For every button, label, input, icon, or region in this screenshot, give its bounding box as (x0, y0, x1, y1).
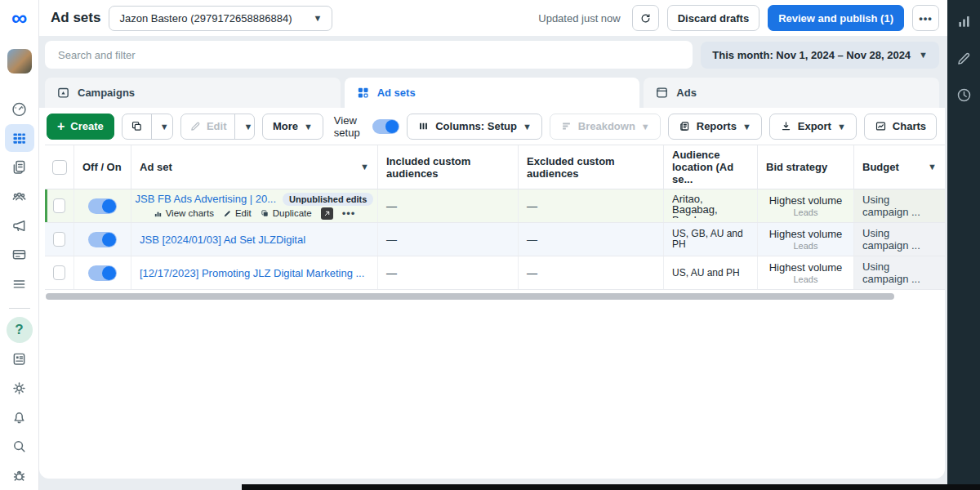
more-actions-button[interactable]: More ▼ (262, 114, 323, 140)
menu-icon (11, 275, 28, 292)
col-header-excluded[interactable]: Excluded custom audiences (519, 145, 664, 189)
duplicate-action[interactable]: Duplicate (261, 208, 312, 218)
chevron-down-icon: ▼ (641, 122, 650, 131)
tab-ads[interactable]: Ads (644, 78, 939, 108)
tab-campaigns-label: Campaigns (78, 87, 135, 99)
avatar[interactable] (7, 49, 32, 74)
sort-caret-icon[interactable]: ▼ (360, 161, 369, 173)
sidebar-item-all-tools[interactable] (5, 270, 34, 298)
reports-button[interactable]: Reports ▼ (668, 114, 762, 140)
search-band: This month: Nov 1, 2024 – Nov 28, 2024 ▼ (39, 36, 947, 74)
top-header: Ad sets Jazon Bastero (2979172658886884)… (39, 0, 947, 36)
question-mark-icon: ? (7, 317, 33, 343)
chevron-down-icon: ▼ (837, 122, 846, 131)
meta-logo-icon[interactable]: ∞ (11, 0, 27, 36)
edit-dropdown-button[interactable]: ▼ (234, 114, 254, 139)
more-button-label: More (273, 120, 298, 132)
view-setup-toggle[interactable] (372, 119, 399, 134)
horizontal-scrollbar[interactable] (46, 293, 894, 300)
credit-card-icon (11, 246, 28, 263)
included-audiences-cell: — (378, 256, 519, 289)
sidebar-item-pages[interactable] (5, 154, 34, 181)
edit-action[interactable]: Edit (223, 208, 252, 218)
open-link-button[interactable] (321, 207, 333, 220)
adsets-table: Off / On Ad set ▼ Included custom audien… (45, 145, 945, 290)
sidebar-item-updates[interactable] (5, 345, 34, 373)
adset-name-link[interactable]: JSB FB Ads Advertising | 20... (136, 193, 276, 205)
search-input[interactable] (45, 41, 693, 69)
more-options-button[interactable]: ••• (912, 5, 939, 31)
toolbar: + Create ▼ Edit ▼ More (39, 108, 945, 145)
help-button[interactable]: ? (5, 316, 34, 344)
row-checkbox[interactable] (53, 265, 65, 280)
search-button[interactable] (5, 433, 34, 461)
edit-split-button: Edit ▼ (180, 114, 255, 140)
discard-drafts-button[interactable]: Discard drafts (667, 5, 760, 31)
sidebar-item-audiences[interactable] (5, 183, 34, 211)
refresh-button[interactable] (632, 5, 659, 31)
adset-status-toggle[interactable] (88, 198, 117, 214)
adset-name-link[interactable]: JSB [2024/01/03] Ad Set JLZDigital (140, 234, 305, 246)
view-charts-action[interactable]: View charts (154, 208, 214, 218)
col-header-bid[interactable]: Bid strategy (758, 145, 854, 189)
charts-button-label: Charts (893, 120, 926, 132)
breakdown-icon (560, 120, 572, 132)
reports-button-label: Reports (697, 120, 737, 132)
col-header-location[interactable]: Audience location (Ad se... (664, 145, 758, 189)
edit-button[interactable]: Edit (181, 114, 235, 139)
bar-chart-icon (154, 209, 163, 218)
adset-status-toggle[interactable] (88, 232, 117, 247)
edit-button-label: Edit (207, 120, 227, 132)
adset-name-link[interactable]: [12/17/2023] Promoting JLZ Digital Marke… (140, 267, 364, 279)
breakdown-button[interactable]: Breakdown ▼ (550, 114, 661, 140)
clock-icon (956, 87, 973, 104)
select-all-checkbox[interactable] (52, 160, 67, 175)
row-checkbox[interactable] (53, 232, 65, 247)
bid-strategy-cell: Highest volume Leads (758, 223, 854, 256)
notifications-button[interactable] (5, 403, 34, 431)
right-sidebar (947, 0, 980, 490)
charts-button[interactable]: Charts (864, 114, 937, 140)
row-more-button[interactable]: ••• (342, 207, 356, 220)
report-icon (679, 120, 691, 132)
settings-button[interactable] (5, 374, 34, 402)
adsets-panel: + Create ▼ Edit ▼ More (39, 108, 945, 479)
column-menu-caret-icon[interactable]: ▼ (928, 161, 937, 173)
date-range-selector[interactable]: This month: Nov 1, 2024 – Nov 28, 2024 ▼ (701, 42, 939, 69)
edit-panel-button[interactable] (949, 47, 978, 69)
report-bug-button[interactable] (5, 461, 34, 489)
col-header-included[interactable]: Included custom audiences (378, 145, 519, 189)
duplicate-button[interactable] (122, 114, 151, 139)
tab-campaigns[interactable]: Campaigns (45, 78, 341, 108)
chevron-down-icon: ▼ (313, 13, 322, 23)
account-overview-icon[interactable] (5, 96, 34, 123)
create-button[interactable]: + Create (47, 114, 114, 140)
col-header-adset[interactable]: Ad set ▼ (131, 145, 378, 189)
row-checkbox[interactable] (53, 198, 65, 213)
adset-status-toggle[interactable] (88, 265, 117, 281)
insights-panel-button[interactable] (949, 11, 978, 32)
chevron-down-icon: ▼ (523, 122, 532, 131)
columns-button[interactable]: Columns: Setup ▼ (407, 114, 542, 140)
export-button[interactable]: Export ▼ (769, 114, 857, 140)
col-header-off-on[interactable]: Off / On (74, 145, 131, 189)
pages-icon (11, 158, 28, 176)
megaphone-icon (11, 217, 28, 234)
copy-icon (261, 209, 270, 218)
review-publish-button[interactable]: Review and publish (1) (768, 5, 904, 31)
sidebar-item-campaigns[interactable] (5, 124, 34, 152)
adsets-grid-icon (356, 86, 370, 100)
unpublished-edits-badge: Unpublished edits (283, 193, 373, 206)
col-header-budget[interactable]: Budget ▼ (854, 145, 945, 189)
sidebar-item-billing[interactable] (5, 241, 34, 269)
tab-adsets[interactable]: Ad sets (345, 78, 640, 108)
chevron-down-icon: ▼ (919, 50, 928, 60)
account-selector[interactable]: Jazon Bastero (2979172658886884) ▼ (109, 6, 332, 31)
included-audiences-cell: — (378, 223, 519, 256)
sidebar-item-advertise[interactable] (5, 212, 34, 239)
chevron-down-icon: ▼ (304, 122, 313, 131)
copy-icon (131, 120, 143, 132)
history-panel-button[interactable] (949, 84, 978, 105)
duplicate-dropdown-button[interactable]: ▼ (151, 114, 173, 139)
excluded-audiences-cell: — (519, 189, 664, 222)
